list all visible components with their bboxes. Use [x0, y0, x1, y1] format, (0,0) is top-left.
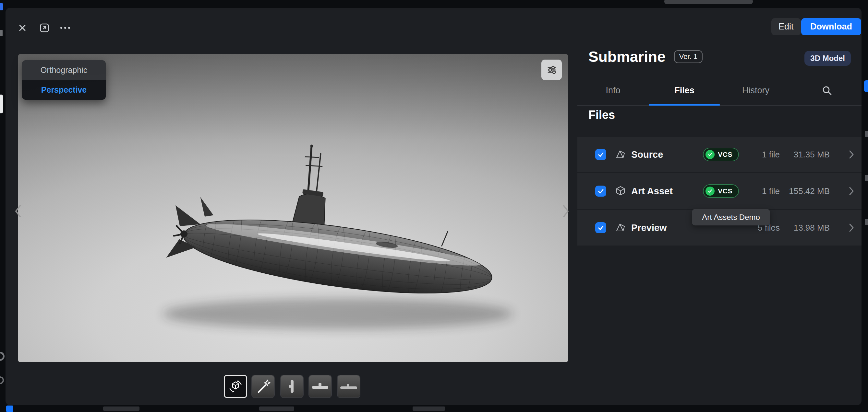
rotate-3d-icon — [227, 378, 244, 395]
clipped-bottom-thumbnail — [412, 407, 445, 411]
clipped-text-fragment — [865, 175, 868, 181]
clipped-button-fragment — [864, 80, 868, 92]
tab-label: Files — [674, 85, 694, 96]
search-icon — [821, 85, 833, 97]
tab-info[interactable]: Info — [577, 76, 649, 105]
art-asset-checkbox[interactable] — [595, 185, 606, 197]
file-group-name: Preview — [631, 222, 667, 233]
next-preview-button[interactable] — [560, 201, 572, 221]
close-icon — [17, 22, 28, 34]
fullscreen-icon — [39, 22, 50, 34]
thumbnail-3d-view[interactable] — [224, 375, 247, 398]
chevron-right-icon[interactable] — [848, 186, 855, 196]
file-row-source[interactable]: Source VCS 1 file 31.35 MB — [577, 137, 862, 172]
vcs-badge: VCS — [703, 184, 739, 198]
vcs-badge: VCS — [703, 148, 739, 161]
file-size: 155.42 MB — [787, 186, 830, 196]
asset-type-badge: 3D Model — [804, 51, 851, 66]
screen: Edit Download — [0, 0, 868, 412]
clipped-sidebar-selection — [0, 95, 3, 113]
file-size: 31.35 MB — [787, 150, 830, 160]
tooltip: Art Assets Demo — [692, 209, 770, 226]
chevron-right-icon[interactable] — [848, 223, 855, 233]
submarine-side-thumb — [339, 377, 359, 396]
row-meta: VCS 1 file 31.35 MB — [703, 148, 855, 161]
mesh-icon — [614, 148, 627, 161]
page-title: Submarine — [588, 48, 665, 65]
chevron-left-icon — [13, 204, 22, 219]
vcs-check-icon — [706, 186, 715, 196]
mesh-icon — [614, 221, 627, 234]
clipped-sidebar-icon — [0, 30, 3, 36]
files-section-heading: Files — [588, 108, 615, 122]
file-size: 13.98 MB — [787, 223, 830, 233]
search-button[interactable] — [820, 83, 834, 98]
tab-history[interactable]: History — [720, 76, 792, 105]
underlying-scrollbar[interactable] — [664, 0, 753, 4]
preview-checkbox[interactable] — [595, 222, 606, 233]
projection-option-perspective[interactable]: Perspective — [22, 80, 106, 100]
detail-tabs: Info Files History — [577, 76, 862, 106]
file-row-art-asset[interactable]: Art Asset VCS 1 file 155.42 MB — [577, 173, 862, 209]
cube-package-icon — [614, 185, 627, 197]
check-icon — [597, 224, 604, 232]
thumbnail-sub-side-a[interactable] — [308, 375, 332, 398]
thumbnail-sub-side-b[interactable] — [337, 375, 360, 398]
submarine-render — [18, 54, 568, 362]
sliders-icon — [546, 64, 558, 76]
chevron-right-icon[interactable] — [848, 150, 855, 159]
file-group-name: Source — [631, 149, 663, 160]
magic-wand-icon — [254, 377, 272, 396]
fullscreen-button[interactable] — [37, 21, 52, 35]
projection-menu: Orthographic Perspective — [22, 60, 106, 100]
projection-option-label: Orthographic — [40, 65, 88, 75]
submarine-vertical-thumb — [283, 377, 301, 396]
file-group-list: Source VCS 1 file 31.35 MB — [577, 137, 862, 245]
row-meta: VCS 1 file 155.42 MB — [703, 184, 855, 198]
check-icon — [597, 150, 604, 159]
check-icon — [597, 187, 604, 195]
close-button[interactable] — [15, 21, 30, 35]
submarine-side-thumb — [310, 377, 330, 396]
asset-title-row: Submarine Ver. 1 — [588, 48, 703, 65]
clipped-bottom-thumbnail — [103, 407, 140, 411]
tab-label: History — [742, 85, 769, 96]
active-tab-indicator — [649, 104, 720, 106]
projection-option-label: Perspective — [41, 85, 87, 95]
vcs-check-icon — [706, 150, 715, 159]
clipped-bottom-button — [6, 406, 13, 412]
source-checkbox[interactable] — [595, 149, 606, 160]
model-viewport[interactable] — [18, 54, 568, 362]
file-count: 1 file — [744, 150, 780, 160]
file-group-name: Art Asset — [631, 186, 673, 197]
projection-option-orthographic[interactable]: Orthographic — [22, 60, 106, 80]
file-count: 1 file — [744, 186, 780, 196]
render-settings-button[interactable] — [541, 60, 562, 80]
more-options-button[interactable] — [58, 21, 72, 35]
version-badge: Ver. 1 — [674, 50, 703, 63]
clipped-sync-icon — [0, 376, 4, 384]
clipped-gear-icon — [0, 352, 4, 361]
ellipsis-icon — [60, 27, 70, 29]
tab-label: Info — [606, 85, 620, 96]
vcs-badge-label: VCS — [718, 187, 733, 195]
thumbnail-wand[interactable] — [251, 375, 275, 398]
clipped-text-fragment — [865, 131, 868, 137]
clipped-text-fragment — [865, 219, 868, 225]
asset-preview-modal: Edit Download — [5, 8, 862, 405]
thumbnail-sub-vertical[interactable] — [280, 375, 304, 398]
chevron-right-icon — [562, 204, 570, 219]
clipped-sidebar-icon — [0, 3, 3, 10]
vcs-badge-label: VCS — [718, 150, 733, 159]
tab-files[interactable]: Files — [649, 76, 720, 105]
previous-preview-button[interactable] — [11, 201, 24, 221]
clipped-bottom-thumbnail — [259, 407, 294, 411]
details-panel: Submarine Ver. 1 3D Model Info Files His… — [577, 8, 862, 405]
